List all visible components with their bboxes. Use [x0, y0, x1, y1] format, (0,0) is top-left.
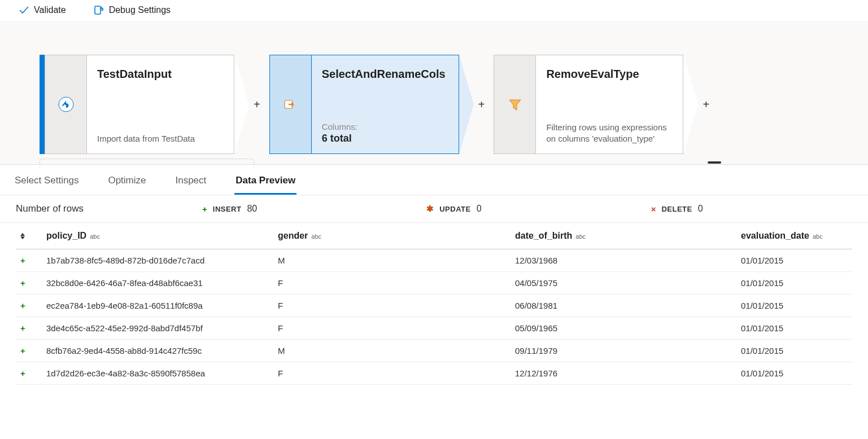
table-row[interactable]: +ec2ea784-1eb9-4e08-82a1-60511f0fc89aF06… — [16, 295, 852, 317]
cell-eval-date: 01/01/2015 — [736, 249, 852, 272]
cell-dob: 12/03/1968 — [511, 249, 736, 272]
stat-update-name: UPDATE — [439, 205, 470, 213]
cell-dob: 12/12/1976 — [511, 362, 736, 385]
node-filter-group: RemoveEvalType Filtering rows using expr… — [494, 55, 713, 154]
panel-splitter[interactable] — [0, 165, 868, 167]
row-insert-badge: + — [16, 340, 42, 362]
col-dob-name: date_of_birth — [515, 231, 572, 240]
cell-policy-id: 8cfb76a2-9ed4-4558-ab8d-914c427fc59c — [42, 340, 273, 362]
cell-eval-date: 01/01/2015 — [736, 295, 852, 317]
cell-dob: 06/08/1981 — [511, 295, 736, 317]
cell-eval-date: 01/01/2015 — [736, 362, 852, 385]
node-filter-title: RemoveEvalType — [546, 68, 673, 81]
table-row[interactable]: +1b7ab738-8fc5-489d-872b-d016de7c7acdM12… — [16, 249, 852, 272]
col-eval-date-name: evaluation_date — [741, 231, 809, 240]
add-after-filter-button[interactable]: + — [699, 98, 713, 111]
stat-update: ✱ UPDATE 0 — [426, 204, 481, 214]
cell-policy-id: 1d7d2d26-ec3e-4a82-8a3c-8590f57858ea — [42, 362, 273, 385]
col-dob-type: abc — [575, 233, 586, 240]
preview-table: policy_IDabc genderabc date_of_birthabc … — [16, 223, 852, 385]
cell-policy-id: 32bc8d0e-6426-46a7-8fea-d48abf6cae31 — [42, 272, 273, 295]
stat-delete: × DELETE 0 — [651, 204, 703, 214]
tab-data-preview[interactable]: Data Preview — [234, 175, 296, 195]
source-icon — [45, 55, 87, 153]
cell-gender: F — [273, 272, 511, 295]
row-insert-badge: + — [16, 317, 42, 340]
cell-gender: F — [273, 295, 511, 317]
debug-settings-button[interactable]: Debug Settings — [93, 5, 171, 16]
node-remove-eval-type[interactable]: RemoveEvalType Filtering rows using expr… — [494, 55, 683, 154]
table-row[interactable]: +8cfb76a2-9ed4-4558-ab8d-914c427fc59cM09… — [16, 340, 852, 362]
col-sort[interactable] — [16, 223, 42, 249]
stat-insert: + INSERT 80 — [202, 204, 257, 214]
row-insert-badge: + — [16, 362, 42, 385]
node-test-data-input[interactable]: TestDataInput Import data from TestData — [45, 55, 234, 154]
debug-settings-icon — [93, 5, 104, 16]
add-after-source-button[interactable]: + — [250, 98, 264, 111]
node-select-title: SelectAndRenameCols — [322, 68, 448, 81]
col-gender-name: gender — [278, 231, 308, 240]
dataflow-canvas[interactable]: TestDataInput Import data from TestData … — [0, 22, 868, 165]
node-filter-desc: Filtering rows using expressions on colu… — [546, 122, 673, 145]
cell-policy-id: ec2ea784-1eb9-4e08-82a1-60511f0fc89a — [42, 295, 273, 317]
toolbar: Validate Debug Settings — [0, 0, 868, 22]
debug-settings-label: Debug Settings — [109, 5, 171, 15]
cell-dob: 05/09/1965 — [511, 317, 736, 340]
col-gender[interactable]: genderabc — [273, 223, 511, 249]
cell-policy-id: 1b7ab738-8fc5-489d-872b-d016de7c7acd — [42, 249, 273, 272]
select-icon — [270, 55, 312, 153]
checkmark-icon — [18, 5, 29, 16]
tab-select-settings[interactable]: Select Settings — [14, 175, 80, 195]
node-select-group: SelectAndRenameCols Columns: 6 total + — [269, 55, 488, 154]
rows-label: Number of rows — [16, 203, 202, 214]
cell-gender: M — [273, 340, 511, 362]
col-eval-date-type: abc — [813, 233, 823, 240]
x-icon: × — [651, 204, 656, 214]
node-source-title: TestDataInput — [97, 68, 224, 81]
cell-eval-date: 01/01/2015 — [736, 317, 852, 340]
row-insert-badge: + — [16, 295, 42, 317]
node-select-rename-cols[interactable]: SelectAndRenameCols Columns: 6 total — [269, 55, 459, 154]
filter-icon — [494, 55, 536, 153]
cell-gender: F — [273, 362, 511, 385]
asterisk-icon: ✱ — [426, 204, 434, 214]
col-dob[interactable]: date_of_birthabc — [511, 223, 736, 249]
table-row[interactable]: +1d7d2d26-ec3e-4a82-8a3c-8590f57858eaF12… — [16, 362, 852, 385]
node-source-group: TestDataInput Import data from TestData … — [40, 55, 264, 154]
table-row[interactable]: +32bc8d0e-6426-46a7-8fea-d48abf6cae31F04… — [16, 272, 852, 295]
node-select-sub-value: 6 total — [322, 133, 448, 144]
row-insert-badge: + — [16, 249, 42, 272]
stat-insert-value: 80 — [247, 204, 257, 214]
preview-stats: Number of rows + INSERT 80 ✱ UPDATE 0 × … — [0, 195, 868, 223]
validate-label: Validate — [34, 5, 66, 15]
col-gender-type: abc — [311, 233, 321, 240]
cell-gender: F — [273, 317, 511, 340]
source-accent-bar — [40, 55, 45, 154]
cell-policy-id: 3de4c65c-a522-45e2-992d-8abd7df457bf — [42, 317, 273, 340]
cell-eval-date: 01/01/2015 — [736, 272, 852, 295]
node-source-desc: Import data from TestData — [97, 133, 224, 144]
stat-update-value: 0 — [477, 204, 482, 214]
table-row[interactable]: +3de4c65c-a522-45e2-992d-8abd7df457bfF05… — [16, 317, 852, 340]
col-eval-date[interactable]: evaluation_dateabc — [736, 223, 852, 249]
cell-gender: M — [273, 249, 511, 272]
detail-tabs: Select Settings Optimize Inspect Data Pr… — [0, 167, 868, 195]
plus-icon: + — [202, 204, 207, 214]
stat-delete-value: 0 — [698, 204, 703, 214]
col-policy-id-name: policy_ID — [46, 231, 86, 240]
cell-dob: 04/05/1975 — [511, 272, 736, 295]
cell-eval-date: 01/01/2015 — [736, 340, 852, 362]
sort-icon — [20, 233, 25, 239]
tab-inspect[interactable]: Inspect — [174, 175, 207, 195]
table-header-row: policy_IDabc genderabc date_of_birthabc … — [16, 223, 852, 249]
col-policy-id-type: abc — [90, 233, 100, 240]
stat-delete-name: DELETE — [661, 205, 692, 213]
tab-optimize[interactable]: Optimize — [107, 175, 147, 195]
validate-button[interactable]: Validate — [18, 5, 66, 16]
col-policy-id[interactable]: policy_IDabc — [42, 223, 273, 249]
node-source-arrow — [234, 55, 249, 154]
add-after-select-button[interactable]: + — [475, 98, 488, 111]
svg-rect-0 — [95, 6, 101, 14]
stat-insert-name: INSERT — [213, 205, 242, 213]
node-select-arrow — [459, 55, 474, 154]
